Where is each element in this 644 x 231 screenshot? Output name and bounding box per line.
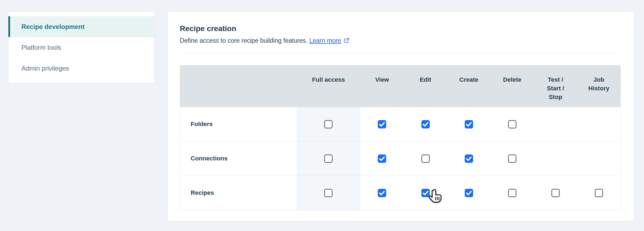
sidebar-item-label: Platform tools <box>21 44 61 51</box>
learn-more-link[interactable]: Learn more <box>309 37 349 44</box>
column-header-delete: Delete <box>490 65 534 107</box>
learn-more-label: Learn more <box>309 37 341 44</box>
connections-delete-checkbox[interactable] <box>508 154 516 163</box>
cell-connections-edit <box>404 141 447 176</box>
folders-edit-checkbox[interactable] <box>421 120 430 128</box>
column-header-job-history: Job History <box>577 65 620 107</box>
cell-connections-create <box>447 141 490 176</box>
folders-view-checkbox[interactable] <box>378 120 386 128</box>
description-text: Define access to core recipe building fe… <box>180 37 308 44</box>
external-link-icon <box>341 37 349 44</box>
cell-folders-view <box>360 107 404 141</box>
connections-edit-checkbox[interactable] <box>421 154 430 163</box>
cell-folders-edit <box>404 107 447 141</box>
connections-create-checkbox[interactable] <box>465 154 473 163</box>
cell-connections-job-history <box>577 141 620 176</box>
column-header-create: Create <box>447 65 490 107</box>
sidebar-item-label: Admin privileges <box>21 65 69 72</box>
column-header-test-start-stop: Test / Start / Stop <box>534 65 577 107</box>
cell-folders-create <box>447 107 490 141</box>
column-header-edit: Edit <box>404 65 447 107</box>
cell-recipes-test-start-stop <box>534 176 577 210</box>
cell-folders-job-history <box>577 107 620 141</box>
sidebar-item-admin-privileges[interactable]: Admin privileges <box>8 58 155 79</box>
connections-full-access-checkbox[interactable] <box>324 154 333 163</box>
sidebar-item-label: Recipe development <box>21 23 84 31</box>
recipes-edit-checkbox[interactable] <box>421 189 430 197</box>
recipes-full-access-checkbox[interactable] <box>324 189 333 197</box>
row-label-folders: Folders <box>180 107 297 141</box>
row-label-connections: Connections <box>180 141 297 176</box>
cell-recipes-create <box>447 176 490 210</box>
sidebar-item-recipe-development[interactable]: Recipe development <box>8 16 155 37</box>
recipes-create-checkbox[interactable] <box>465 189 473 197</box>
cell-connections-full-access <box>297 141 360 176</box>
cell-folders-test-start-stop <box>534 107 577 141</box>
row-label-recipes: Recipes <box>180 176 297 210</box>
recipe-creation-panel: Recipe creation Define access to core re… <box>168 11 635 221</box>
recipes-view-checkbox[interactable] <box>378 189 386 197</box>
permissions-table-header: Full accessViewEditCreateDeleteTest / St… <box>180 65 621 107</box>
column-header-view: View <box>360 65 404 107</box>
cell-connections-view <box>360 141 404 176</box>
column-header-empty <box>180 65 297 107</box>
recipes-test-start-stop-checkbox[interactable] <box>551 189 560 197</box>
table-row-connections: Connections <box>180 141 621 176</box>
cell-connections-test-start-stop <box>534 141 577 176</box>
folders-full-access-checkbox[interactable] <box>324 120 333 128</box>
header-divider <box>180 53 621 53</box>
cell-recipes-full-access <box>297 176 360 210</box>
cell-folders-delete <box>490 107 534 141</box>
sidebar-item-platform-tools[interactable]: Platform tools <box>8 37 155 58</box>
cell-recipes-delete <box>490 176 534 210</box>
recipes-delete-checkbox[interactable] <box>508 189 516 197</box>
folders-delete-checkbox[interactable] <box>508 120 516 128</box>
section-description: Define access to core recipe building fe… <box>180 37 621 45</box>
cell-recipes-job-history <box>577 176 620 210</box>
settings-sidebar: Recipe development Platform tools Admin … <box>8 11 155 83</box>
permissions-table: Full accessViewEditCreateDeleteTest / St… <box>180 65 621 210</box>
table-row-recipes: Recipes <box>180 176 621 210</box>
cell-folders-full-access <box>297 107 360 141</box>
table-row-folders: Folders <box>180 107 621 141</box>
cell-recipes-edit <box>404 176 447 210</box>
section-title: Recipe creation <box>180 24 621 33</box>
recipes-job-history-checkbox[interactable] <box>595 189 603 197</box>
folders-create-checkbox[interactable] <box>465 120 473 128</box>
cell-recipes-view <box>360 176 404 210</box>
cell-connections-delete <box>490 141 534 176</box>
column-header-full-access: Full access <box>297 65 360 107</box>
connections-view-checkbox[interactable] <box>378 154 386 163</box>
